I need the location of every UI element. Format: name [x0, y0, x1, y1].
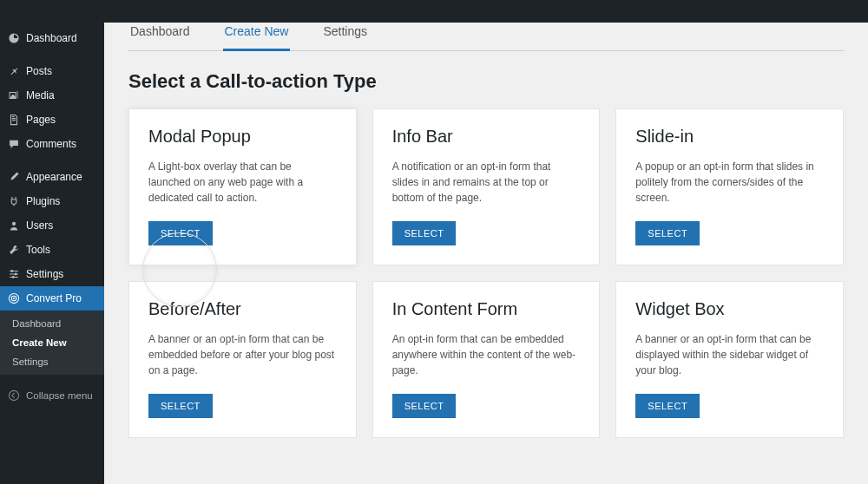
submenu-item-dashboard[interactable]: Dashboard [0, 314, 104, 333]
card-description: A banner or an opt-in form that can be e… [148, 331, 337, 378]
target-icon [7, 291, 21, 305]
media-icon [7, 88, 21, 102]
cta-card-widget-box: Widget BoxA banner or an opt-in form tha… [615, 281, 844, 438]
svg-point-8 [13, 298, 15, 299]
main-content: DashboardCreate NewSettings Select a Cal… [104, 0, 868, 484]
card-title: Slide-in [635, 127, 824, 147]
sidebar-item-convert-pro[interactable]: Convert Pro [0, 286, 104, 311]
cta-card-in-content-form: In Content FormAn opt-in form that can b… [372, 281, 601, 438]
cta-card-before-after: Before/AfterA banner or an opt-in form t… [128, 281, 357, 438]
submenu-item-settings[interactable]: Settings [0, 352, 104, 371]
sidebar-item-settings[interactable]: Settings [0, 262, 104, 286]
sidebar-item-appearance[interactable]: Appearance [0, 165, 104, 189]
cta-card-slide-in: Slide-inA popup or an opt-in form that s… [615, 108, 844, 265]
svg-point-5 [12, 276, 15, 278]
sidebar-item-label: Media [26, 89, 55, 101]
pin-icon [7, 64, 21, 78]
card-description: A notification or an opt-in form that sl… [392, 159, 581, 206]
admin-sidebar: DashboardPostsMediaPagesCommentsAppearan… [0, 0, 104, 484]
card-title: Widget Box [635, 299, 824, 319]
select-button[interactable]: SELECT [392, 221, 457, 245]
sidebar-item-label: Appearance [26, 171, 82, 183]
sidebar-item-label: Dashboard [26, 32, 77, 44]
collapse-icon [7, 389, 21, 402]
select-button[interactable]: SELECT [635, 394, 700, 418]
page-title: Select a Call-to-action Type [128, 70, 844, 93]
wrench-icon [7, 243, 21, 257]
card-description: An opt-in form that can be embedded anyw… [392, 331, 581, 378]
sidebar-item-label: Tools [26, 244, 50, 256]
svg-point-2 [12, 222, 16, 226]
sidebar-item-plugins[interactable]: Plugins [0, 189, 104, 213]
sidebar-item-tools[interactable]: Tools [0, 238, 104, 262]
sidebar-item-comments[interactable]: Comments [0, 132, 104, 156]
plug-icon [7, 194, 21, 208]
sidebar-submenu: DashboardCreate NewSettings [0, 311, 104, 375]
sidebar-item-label: Plugins [26, 195, 60, 207]
card-title: Before/After [148, 299, 337, 319]
svg-point-9 [9, 390, 18, 400]
card-description: A popup or an opt-in form that slides in… [635, 159, 824, 206]
cta-cards-grid: Modal PopupA Light-box overlay that can … [128, 108, 844, 438]
sidebar-item-label: Posts [26, 65, 52, 77]
card-title: Info Bar [392, 127, 581, 147]
card-description: A Light-box overlay that can be launched… [148, 159, 337, 206]
select-button[interactable]: SELECT [148, 221, 213, 245]
submenu-item-create-new[interactable]: Create New [0, 333, 104, 352]
sidebar-item-pages[interactable]: Pages [0, 108, 104, 132]
sliders-icon [7, 267, 21, 281]
sidebar-item-label: Convert Pro [26, 292, 82, 304]
cta-card-modal-popup: Modal PopupA Light-box overlay that can … [128, 108, 357, 265]
sidebar-item-media[interactable]: Media [0, 83, 104, 108]
collapse-label: Collapse menu [26, 390, 93, 401]
sidebar-item-label: Pages [26, 114, 56, 126]
svg-point-4 [15, 273, 17, 276]
sidebar-item-label: Settings [26, 268, 63, 280]
sidebar-item-posts[interactable]: Posts [0, 59, 104, 83]
dashboard-icon [7, 31, 21, 45]
sidebar-item-dashboard[interactable]: Dashboard [0, 26, 104, 50]
select-button[interactable]: SELECT [635, 221, 700, 245]
page-icon [7, 113, 21, 127]
brush-icon [7, 170, 21, 184]
comment-icon [7, 137, 21, 151]
select-button[interactable]: SELECT [148, 394, 213, 418]
sidebar-item-label: Comments [26, 138, 76, 150]
sidebar-item-label: Users [26, 219, 53, 232]
cta-card-info-bar: Info BarA notification or an opt-in form… [372, 108, 601, 265]
collapse-menu[interactable]: Collapse menu [0, 382, 104, 409]
select-button[interactable]: SELECT [392, 394, 457, 418]
admin-topbar [0, 0, 868, 23]
card-description: A banner or an opt-in form that can be d… [635, 331, 824, 378]
card-title: Modal Popup [148, 127, 337, 147]
card-title: In Content Form [392, 299, 581, 319]
sidebar-item-users[interactable]: Users [0, 213, 104, 238]
svg-point-3 [11, 270, 14, 272]
user-icon [7, 219, 21, 232]
